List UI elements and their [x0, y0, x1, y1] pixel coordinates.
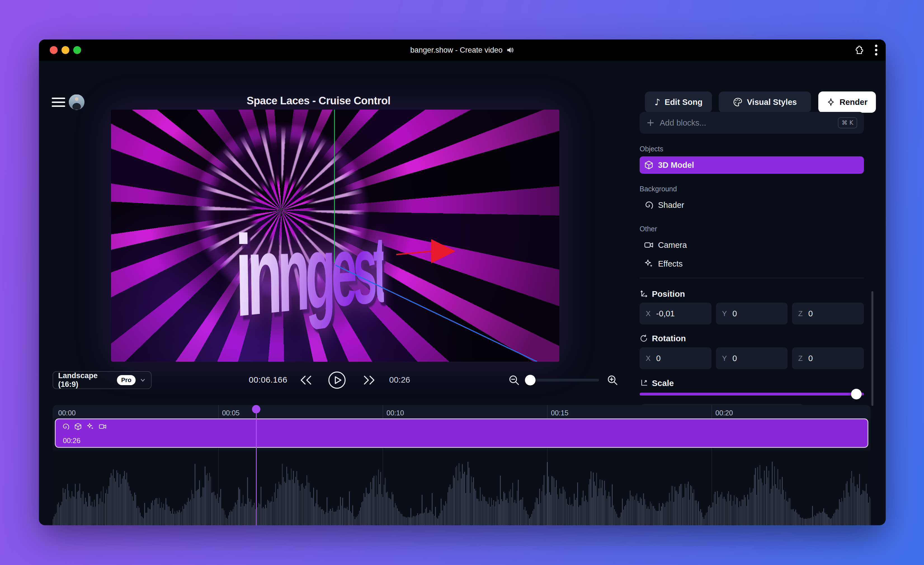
axis-value: -0,01: [656, 309, 675, 318]
audio-waveform[interactable]: [52, 450, 871, 525]
chevron-down-icon: [140, 377, 146, 384]
rotation-header: Rotation: [640, 334, 864, 344]
position-y-field[interactable]: Y 0: [716, 303, 788, 325]
ruler-tick: 00:10: [387, 409, 404, 417]
video-preview[interactable]: inngest: [111, 110, 560, 362]
desktop: { "titlebar": { "title": "banger.show - …: [0, 0, 924, 565]
timeline-zoom-slider[interactable]: [527, 379, 599, 382]
block-label: Camera: [658, 240, 687, 250]
hamburger-menu-icon[interactable]: [52, 95, 65, 109]
sparkle-icon: [826, 98, 835, 106]
aspect-ratio-label: Landscape (16:9): [58, 371, 113, 389]
gizmo-x-axis: [396, 251, 433, 254]
effects-icon: [644, 259, 654, 269]
camera-icon: [644, 240, 654, 250]
shortcut-badge: ⌘ K: [838, 117, 857, 128]
plus-icon: [646, 119, 655, 127]
divider: [640, 278, 864, 278]
render-button[interactable]: Render: [818, 92, 876, 113]
position-title: Position: [652, 289, 685, 299]
axis-label: Y: [722, 354, 727, 363]
axis-label: Y: [722, 310, 727, 318]
ruler-tick: 00:05: [222, 409, 240, 417]
position-axes-icon: [640, 290, 648, 298]
cube-icon: [74, 423, 82, 430]
play-icon: [328, 371, 346, 389]
section-label-background: Background: [640, 185, 864, 193]
aspect-ratio-select[interactable]: Landscape (16:9) Pro: [52, 371, 152, 389]
avatar[interactable]: [69, 94, 84, 110]
gizmo-z-axis: [336, 265, 537, 362]
axis-label: Z: [798, 354, 802, 363]
window-title-wrap: banger.show - Create video: [39, 39, 886, 61]
duration-time: 00:26: [384, 375, 415, 385]
cube-icon: [644, 160, 654, 170]
waveform-canvas: [52, 450, 871, 525]
visual-styles-label: Visual Styles: [747, 98, 797, 107]
play-button[interactable]: [328, 371, 346, 389]
app-window: banger.show - Create video Space Laces -…: [39, 39, 886, 525]
scale-icon: [640, 379, 648, 388]
shader-icon: [62, 423, 70, 430]
position-z-field[interactable]: Z 0: [792, 303, 864, 325]
scale-slider-track[interactable]: [640, 393, 864, 395]
block-row-camera[interactable]: Camera: [640, 236, 864, 254]
transform-gizmo[interactable]: [111, 110, 560, 362]
rotation-x-field[interactable]: X 0: [640, 347, 711, 369]
titlebar: banger.show - Create video: [39, 39, 886, 61]
block-row-shader[interactable]: Shader: [640, 196, 864, 214]
page-title: Space Laces - Cruise Control: [95, 95, 542, 107]
rotation-icon: [640, 334, 648, 343]
rewind-icon: [300, 375, 312, 385]
section-label-objects: Objects: [640, 145, 864, 153]
block-label: 3D Model: [658, 161, 694, 170]
axis-value: 0: [808, 309, 813, 318]
clip-duration: 00:26: [63, 437, 81, 445]
section-label-other: Other: [640, 225, 864, 233]
fast-forward-button[interactable]: [360, 371, 378, 389]
effects-icon: [86, 423, 94, 430]
zoom-out-button[interactable]: [505, 371, 523, 389]
visual-styles-button[interactable]: Visual Styles: [719, 92, 811, 113]
palette-icon: [733, 97, 742, 107]
block-row-effects[interactable]: Effects: [640, 255, 864, 272]
current-time: 00:06.166: [238, 375, 298, 385]
timeline-ruler[interactable]: 00:00 00:05 00:10 00:15 00:20: [52, 405, 871, 418]
zoom-in-icon: [607, 374, 618, 386]
zoom-in-button[interactable]: [603, 371, 621, 389]
scale-slider-thumb[interactable]: [851, 389, 862, 400]
extensions-puzzle-icon[interactable]: [854, 45, 864, 55]
rotation-fields: X 0 Y 0 Z 0: [640, 347, 864, 369]
axis-label: X: [646, 354, 651, 363]
playhead-knob[interactable]: [252, 405, 260, 413]
music-note-icon: ♪: [654, 98, 660, 107]
add-blocks-input[interactable]: Add blocks... ⌘ K: [640, 112, 864, 134]
scale-slider[interactable]: [640, 389, 864, 400]
rotation-y-field[interactable]: Y 0: [716, 347, 788, 369]
axis-value: 0: [732, 309, 737, 318]
rotation-z-field[interactable]: Z 0: [792, 347, 864, 369]
sidebar-scrollbar[interactable]: [872, 291, 873, 406]
position-fields: X -0,01 Y 0 Z 0: [640, 303, 864, 325]
axis-label: Z: [798, 310, 802, 318]
ruler-tick: 00:20: [716, 409, 733, 417]
rewind-button[interactable]: [297, 371, 315, 389]
timeline-clip[interactable]: 00:26: [55, 418, 868, 448]
clip-icons: [62, 423, 106, 430]
playhead-line[interactable]: [256, 405, 257, 525]
timeline-zoom-thumb[interactable]: [525, 375, 536, 385]
gizmo-x-arrowhead: [431, 239, 456, 263]
add-blocks-placeholder: Add blocks...: [660, 118, 833, 128]
block-row-3d-model[interactable]: 3D Model: [640, 156, 864, 174]
speaker-icon: [506, 46, 514, 54]
position-x-field[interactable]: X -0,01: [640, 303, 711, 325]
kebab-menu-icon[interactable]: [874, 44, 878, 56]
ruler-tick: 00:15: [551, 409, 568, 417]
shader-icon: [644, 200, 654, 210]
axis-value: 0: [732, 354, 737, 363]
zoom-out-icon: [508, 374, 520, 386]
render-label: Render: [840, 98, 867, 107]
edit-song-button[interactable]: ♪ Edit Song: [645, 92, 712, 113]
position-header: Position: [640, 289, 864, 299]
pro-badge: Pro: [117, 375, 136, 385]
